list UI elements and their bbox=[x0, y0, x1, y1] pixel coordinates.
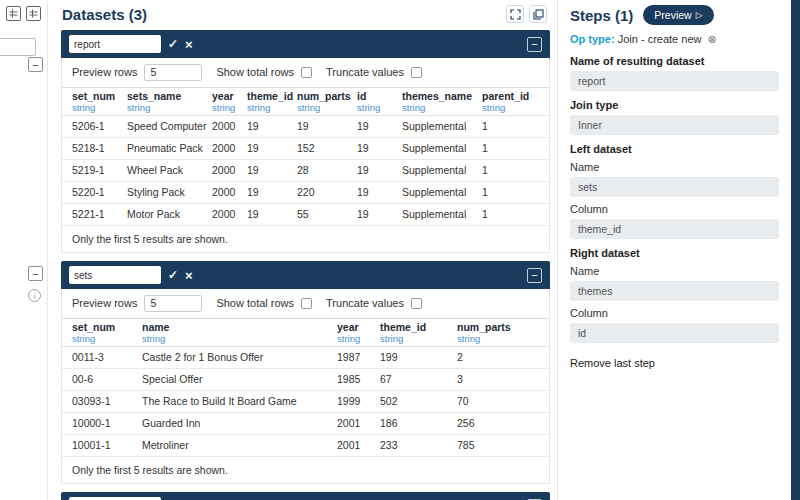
table-cell: 2001 bbox=[337, 435, 380, 456]
table-cell: 19 bbox=[247, 182, 297, 203]
collapse-card-button[interactable]: − bbox=[28, 57, 43, 72]
resulting-dataset-input[interactable] bbox=[570, 71, 779, 91]
column-name: year bbox=[337, 321, 376, 333]
expand-all-icon[interactable] bbox=[506, 5, 524, 23]
join-type-label: Join type bbox=[570, 99, 779, 111]
table-cell: Speed Computer bbox=[127, 116, 212, 137]
resulting-dataset-label: Name of resulting dataset bbox=[570, 55, 779, 67]
dataset-name-input[interactable] bbox=[69, 266, 161, 284]
remove-op-icon[interactable]: ⊗ bbox=[708, 33, 717, 45]
column-header: yearstring bbox=[337, 319, 380, 346]
right-dataset-column-input[interactable] bbox=[570, 323, 779, 343]
column-type: string bbox=[212, 102, 243, 113]
column-header: set_numstring bbox=[72, 319, 142, 346]
left-dataset-name-input[interactable] bbox=[570, 177, 779, 197]
table-row: 5219-1Wheel Pack2000192819Supplemental1 bbox=[62, 160, 549, 182]
show-total-rows-label: Show total rows bbox=[216, 297, 294, 309]
table-cell: 5221-1 bbox=[72, 204, 127, 225]
column-type: string bbox=[482, 102, 533, 113]
copy-icon[interactable] bbox=[529, 5, 547, 23]
table-cell: 502 bbox=[380, 391, 457, 412]
table-cell: 19 bbox=[357, 138, 402, 159]
preview-button[interactable]: Preview ▷ bbox=[643, 5, 713, 25]
table-cell: Special Offer bbox=[142, 369, 337, 390]
table-cell: 199 bbox=[380, 347, 457, 368]
column-type: string bbox=[72, 333, 138, 344]
join-type-input[interactable] bbox=[570, 115, 779, 135]
show-total-rows-label: Show total rows bbox=[216, 66, 294, 78]
steps-panel-title: Steps (1) bbox=[570, 7, 633, 24]
table-cell: 03093-1 bbox=[72, 391, 142, 412]
table-cell: Pneumatic Pack bbox=[127, 138, 212, 159]
cancel-icon[interactable]: × bbox=[185, 37, 193, 52]
collapse-card-button[interactable]: − bbox=[28, 266, 43, 281]
column-header: theme_idstring bbox=[380, 319, 457, 346]
truncate-values-checkbox[interactable] bbox=[411, 67, 422, 78]
info-icon[interactable]: i bbox=[28, 289, 41, 302]
preview-rows-label: Preview rows bbox=[72, 66, 137, 78]
table-cell: 2001 bbox=[337, 413, 380, 434]
collapse-card-button[interactable]: − bbox=[527, 268, 542, 283]
column-name: parent_id bbox=[482, 90, 533, 102]
table-cell: Supplemental bbox=[402, 116, 482, 137]
table-cell: The Race to Build It Board Game bbox=[142, 391, 337, 412]
column-type: string bbox=[297, 102, 353, 113]
table-row: 00-6Special Offer1985673 bbox=[62, 369, 549, 391]
column-header: num_partsstring bbox=[297, 88, 357, 115]
column-name: num_parts bbox=[457, 321, 533, 333]
table-icon[interactable] bbox=[26, 6, 41, 21]
column-header: sets_namestring bbox=[127, 88, 212, 115]
column-header: set_numstring bbox=[72, 88, 127, 115]
left-name-label: Name bbox=[570, 161, 779, 173]
show-total-rows-checkbox[interactable] bbox=[301, 298, 312, 309]
table-icon[interactable] bbox=[6, 6, 21, 21]
preview-table: set_numstringsets_namestringyearstringth… bbox=[62, 87, 549, 226]
column-type: string bbox=[72, 102, 123, 113]
table-cell: 5219-1 bbox=[72, 160, 127, 181]
collapsed-name-input[interactable] bbox=[0, 38, 36, 56]
truncate-values-checkbox[interactable] bbox=[411, 298, 422, 309]
column-name: theme_id bbox=[247, 90, 293, 102]
results-note: Only the first 5 results are shown. bbox=[62, 457, 549, 479]
cancel-icon[interactable]: × bbox=[185, 268, 193, 283]
show-total-rows-checkbox[interactable] bbox=[301, 67, 312, 78]
column-type: string bbox=[457, 333, 533, 344]
truncate-values-label: Truncate values bbox=[326, 66, 404, 78]
table-cell: 19 bbox=[247, 116, 297, 137]
column-type: string bbox=[337, 333, 376, 344]
table-cell: Styling Pack bbox=[127, 182, 212, 203]
op-type-label: Op type: bbox=[570, 33, 615, 45]
right-edge-panel bbox=[791, 0, 800, 500]
left-column-label: Column bbox=[570, 203, 779, 215]
column-name: name bbox=[142, 321, 333, 333]
preview-rows-input[interactable] bbox=[144, 295, 202, 312]
table-cell: 2000 bbox=[212, 182, 247, 203]
table-cell: 19 bbox=[357, 182, 402, 203]
collapsed-panel-rail: − − i bbox=[0, 0, 48, 500]
table-cell: Motor Pack bbox=[127, 204, 212, 225]
table-cell: 1985 bbox=[337, 369, 380, 390]
table-cell: 2000 bbox=[212, 160, 247, 181]
column-name: theme_id bbox=[380, 321, 453, 333]
column-type: string bbox=[357, 102, 398, 113]
datasets-panel: Datasets (3) ✓ × − Preview rows Show tot… bbox=[49, 0, 556, 500]
table-cell: 2 bbox=[457, 347, 537, 368]
table-cell: Supplemental bbox=[402, 182, 482, 203]
table-cell: 1 bbox=[482, 204, 537, 225]
confirm-icon[interactable]: ✓ bbox=[168, 268, 178, 282]
remove-last-step-link[interactable]: Remove last step bbox=[558, 343, 791, 383]
table-row: 0011-3Castle 2 for 1 Bonus Offer19871992 bbox=[62, 347, 549, 369]
dataset-name-input[interactable] bbox=[69, 35, 161, 53]
column-name: id bbox=[357, 90, 398, 102]
right-dataset-name-input[interactable] bbox=[570, 281, 779, 301]
confirm-icon[interactable]: ✓ bbox=[168, 37, 178, 51]
preview-rows-input[interactable] bbox=[144, 64, 202, 81]
table-cell: 5220-1 bbox=[72, 182, 127, 203]
preview-table: set_numstringnamestringyearstringtheme_i… bbox=[62, 318, 549, 457]
dataset-card-header: ✓ × − bbox=[61, 261, 550, 289]
collapse-card-button[interactable]: − bbox=[527, 37, 542, 52]
table-cell: 233 bbox=[380, 435, 457, 456]
table-cell: Metroliner bbox=[142, 435, 337, 456]
left-dataset-column-input[interactable] bbox=[570, 219, 779, 239]
table-row: 10001-1Metroliner2001233785 bbox=[62, 435, 549, 457]
